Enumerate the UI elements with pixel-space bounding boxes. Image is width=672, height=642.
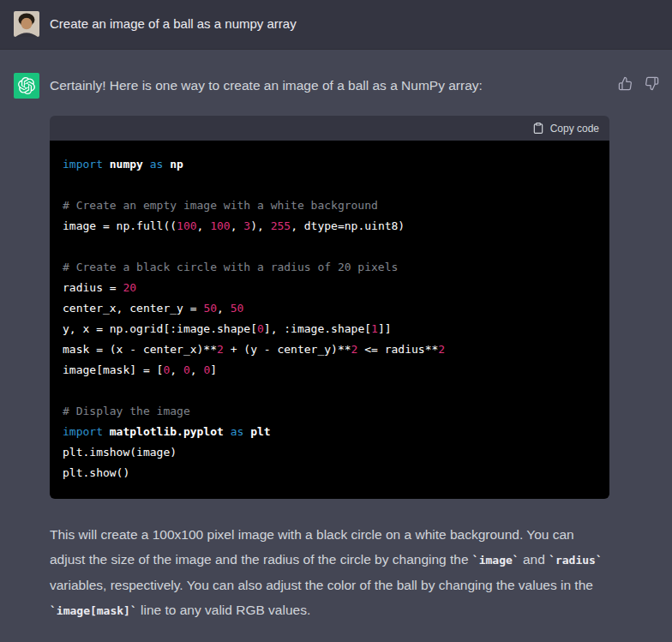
- code-line: # Create a black circle with a radius of…: [63, 257, 597, 278]
- user-message-row: Create an image of a ball as a numpy arr…: [0, 0, 672, 50]
- thumbs-down-icon: [645, 76, 659, 91]
- paragraph-text: and: [519, 552, 549, 567]
- assistant-intro-text: Certainly! Here is one way to create an …: [50, 73, 609, 95]
- assistant-message-row: Certainly! Here is one way to create an …: [0, 50, 672, 642]
- user-message-text: Create an image of a ball as a numpy arr…: [50, 11, 609, 33]
- code-line: import numpy as np: [63, 154, 597, 175]
- assistant-avatar: [14, 73, 39, 99]
- user-avatar: [14, 11, 39, 37]
- thumbs-up-button[interactable]: [618, 75, 633, 91]
- inline-code-radius: `radius`: [549, 554, 603, 567]
- code-line: image = np.full((100, 100, 3), 255, dtyp…: [63, 216, 597, 237]
- code-line: plt.show(): [63, 463, 597, 483]
- code-line: mask = (x - center_x)**2 + (y - center_y…: [63, 339, 597, 360]
- code-line: # Display the image: [63, 401, 597, 422]
- user-photo-avatar: [14, 11, 39, 37]
- code-body: import numpy as np # Create an empty ima…: [50, 141, 609, 499]
- paragraph-text: line to any valid RGB values.: [137, 603, 310, 617]
- code-line: image[mask] = [0, 0, 0]: [63, 360, 597, 381]
- inline-code-image-mask: `image[mask]`: [50, 604, 137, 617]
- copy-code-button[interactable]: Copy code: [532, 122, 599, 135]
- code-line: center_x, center_y = 50, 50: [63, 298, 597, 319]
- copy-code-label: Copy code: [550, 123, 599, 135]
- feedback-actions: [618, 75, 660, 91]
- code-line: [63, 237, 597, 257]
- code-line: import matplotlib.pyplot as plt: [63, 422, 597, 442]
- clipboard-icon: [532, 122, 544, 135]
- code-line: # Create an empty image with a white bac…: [63, 195, 597, 216]
- inline-code-image: `image`: [472, 554, 519, 567]
- code-block: Copy code import numpy as np # Create an…: [50, 116, 609, 499]
- thumbs-down-button[interactable]: [645, 75, 660, 91]
- code-block-header: Copy code: [50, 116, 609, 141]
- thumbs-up-icon: [618, 76, 633, 91]
- code-line: [63, 381, 597, 401]
- openai-logo-icon: [18, 77, 35, 94]
- code-line: plt.imshow(image): [63, 442, 597, 463]
- paragraph-text: variables, respectively. You can also ad…: [50, 578, 593, 592]
- code-line: y, x = np.ogrid[:image.shape[0], :image.…: [63, 319, 597, 339]
- assistant-paragraph: This will create a 100x100 pixel image w…: [50, 522, 609, 623]
- code-line: radius = 20: [63, 278, 597, 298]
- code-line: [63, 175, 597, 195]
